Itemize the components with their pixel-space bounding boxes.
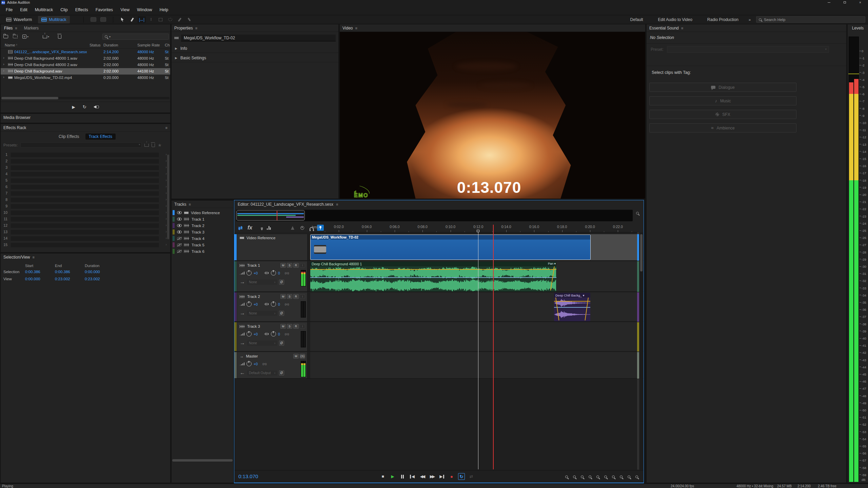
pause-button[interactable]	[399, 473, 406, 480]
pan-knob[interactable]	[271, 302, 276, 307]
tab-markers[interactable]: Markers	[21, 26, 42, 30]
track-button-i[interactable]: I	[300, 294, 305, 299]
slot-field[interactable]	[10, 152, 159, 158]
effect-slot[interactable]: 10›	[1, 210, 170, 216]
tag-button-sfx[interactable]: SFX	[649, 110, 796, 119]
chevron-right-icon[interactable]: ›	[165, 191, 167, 195]
visibility-icon[interactable]	[177, 211, 182, 214]
skip-to-start-button[interactable]: ◀	[409, 473, 416, 480]
zoom-in-at-out-point-button[interactable]	[589, 473, 591, 480]
panel-menu-icon[interactable]: ≡	[336, 202, 338, 206]
slot-field[interactable]	[10, 242, 159, 248]
expander-icon[interactable]: ›	[3, 68, 4, 73]
effect-slot[interactable]: 7›	[1, 190, 170, 197]
slot-field[interactable]	[10, 178, 159, 183]
file-row[interactable]: ›Deep Chill Background 48000 2.wav2:02.0…	[1, 62, 170, 68]
scrollbar-thumb[interactable]	[172, 459, 233, 462]
track-area[interactable]: Video ReferenceMegaUDS_Workflow_TD-02Tra…	[234, 232, 644, 470]
slot-field[interactable]	[10, 159, 159, 164]
tracks-item-video-reference[interactable]: Video Reference	[172, 209, 233, 216]
ibeam-tool[interactable]: I	[147, 16, 155, 23]
save-preset-icon[interactable]	[144, 144, 149, 147]
tracks-item-track-4[interactable]: Track 4	[172, 235, 233, 242]
panel-menu-icon[interactable]: ≡	[355, 26, 357, 30]
view-duration[interactable]: 0:23.002	[85, 277, 100, 281]
chevron-right-icon[interactable]: ›	[165, 229, 167, 233]
slot-field[interactable]	[10, 165, 159, 170]
visibility-off-icon[interactable]	[177, 243, 182, 246]
playback-head[interactable]	[493, 225, 494, 469]
tracks-item-track-2[interactable]: Track 2	[172, 222, 233, 229]
slot-field[interactable]	[10, 236, 159, 241]
visibility-icon[interactable]	[177, 218, 182, 221]
timeline-navigator[interactable]	[236, 210, 633, 221]
input-selector[interactable]: None›	[247, 311, 277, 316]
section-basic-settings[interactable]: ▶ Basic Settings	[172, 54, 338, 62]
timeline-ruler[interactable]: hms 0:02.00:04.00:06.00:08.00:10.00:12.0…	[310, 223, 637, 232]
preview-play-button[interactable]: ▶	[72, 105, 75, 109]
chevron-right-icon[interactable]: ›	[165, 184, 167, 188]
preset-dropdown[interactable]	[667, 46, 829, 53]
zoom-reset-button[interactable]	[628, 473, 630, 480]
effect-slot[interactable]: 5›	[1, 178, 170, 184]
new-item-button[interactable]: +▾	[22, 35, 28, 39]
file-row[interactable]: ›Deep Chill Background.wav2:02.00044100 …	[1, 68, 170, 75]
track-button-m[interactable]: M	[293, 354, 299, 359]
tracks-item-track-6[interactable]: Track 6	[172, 248, 233, 255]
visibility-off-icon[interactable]	[177, 237, 182, 240]
record-button[interactable]: ●	[448, 473, 455, 480]
workspace-edit-audio-to-video[interactable]: Edit Audio to Video	[651, 17, 700, 22]
scrollbar-thumb[interactable]	[1, 97, 58, 99]
audio-clip-track2[interactable]: Deep Chill Backg_ ▾	[554, 293, 590, 321]
razor-tool[interactable]	[128, 16, 136, 23]
effect-slot[interactable]: 13›	[1, 229, 170, 236]
zoom-out-left-button[interactable]	[604, 473, 607, 480]
presets-dropdown[interactable]	[20, 142, 142, 148]
track-button-r[interactable]: R	[293, 263, 299, 268]
tag-button-music[interactable]: ♪Music	[649, 96, 796, 105]
paintbrush-tool[interactable]	[176, 16, 184, 23]
routing-toggle[interactable]: ⋔	[255, 224, 263, 231]
chevron-right-icon[interactable]: ›	[165, 171, 167, 176]
zoom-in-at-in-point-button[interactable]	[581, 473, 584, 480]
tag-button-dialogue[interactable]: Dialogue	[649, 83, 796, 92]
section-info[interactable]: ▶ Info	[172, 44, 338, 53]
col-name[interactable]: Name	[5, 43, 15, 47]
col-status[interactable]: Status	[90, 43, 101, 47]
zoom-in-left-button[interactable]	[612, 473, 615, 480]
delete-icon[interactable]	[58, 35, 61, 39]
favorite-star-icon[interactable]: ★	[158, 143, 162, 148]
slot-field[interactable]	[10, 171, 159, 177]
output-selector[interactable]: Default Output›	[247, 370, 277, 375]
metronome-toggle[interactable]	[289, 224, 297, 231]
pan-knob[interactable]	[271, 270, 276, 276]
volume-envelope[interactable]	[554, 301, 590, 302]
effect-slot[interactable]: 8›	[1, 197, 170, 203]
tab-clip-effects[interactable]: Clip Effects	[55, 134, 82, 140]
slot-field[interactable]	[10, 229, 159, 235]
panel-menu-icon[interactable]: ≡	[165, 126, 167, 130]
file-row[interactable]: ›Deep Chill Background 48000 1.wav2:02.0…	[1, 55, 170, 62]
effect-slot[interactable]: 2›	[1, 158, 170, 165]
video-clip[interactable]: MegaUDS_Workflow_TD-02	[310, 235, 591, 260]
input-selector[interactable]: None›	[247, 280, 277, 285]
track-button-s[interactable]: S	[287, 294, 292, 299]
track-button-s[interactable]: S	[287, 263, 292, 268]
volume-knob[interactable]	[246, 361, 252, 366]
tracks-hscrollbar[interactable]	[172, 459, 233, 462]
chevron-right-icon[interactable]: ›	[165, 204, 167, 208]
maximize-button[interactable]	[837, 0, 852, 5]
tab-track-effects[interactable]: Track Effects	[85, 134, 116, 140]
menu-help[interactable]: Help	[156, 7, 172, 12]
navigator-zoom-icon[interactable]	[636, 212, 639, 215]
menu-favorites[interactable]: Favorites	[92, 7, 117, 12]
zoom-in-time-button[interactable]	[565, 473, 568, 480]
effect-slot[interactable]: 11›	[1, 216, 170, 223]
volume-knob[interactable]	[246, 302, 252, 307]
insert-into-multitrack-button[interactable]: ▾	[43, 35, 49, 38]
effect-slot[interactable]: 1›	[1, 152, 170, 158]
skip-selection-toggle[interactable]	[298, 224, 306, 231]
open-file-icon[interactable]	[3, 35, 8, 38]
selection-duration[interactable]: 0:00.000	[85, 270, 100, 274]
track-lane[interactable]	[310, 352, 637, 378]
